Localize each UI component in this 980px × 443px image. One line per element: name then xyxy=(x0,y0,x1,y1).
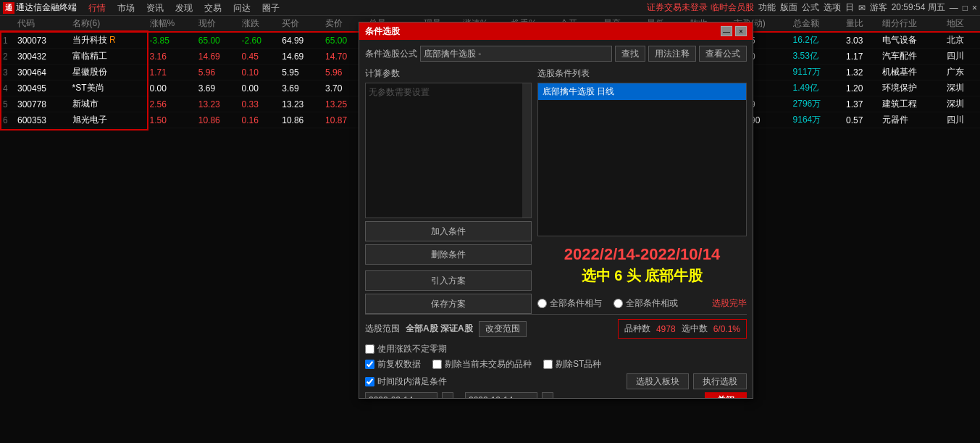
col-region[interactable]: 地区 xyxy=(944,16,980,32)
date-to-input[interactable] xyxy=(465,392,537,398)
date-separator: - xyxy=(458,395,461,398)
add-condition-btn[interactable]: 加入条件 xyxy=(365,221,532,241)
checkbox-weijiaoy[interactable]: 剔除当前未交易的品种 xyxy=(432,358,532,370)
checkbox-st-label: 剔除ST品种 xyxy=(556,358,601,370)
row-change: 0.10 xyxy=(239,65,280,80)
col-volratio[interactable]: 量比 xyxy=(843,16,879,32)
row-code[interactable]: 300073 xyxy=(14,32,70,49)
method-notes-btn[interactable]: 用法注释 xyxy=(648,46,696,62)
row-name[interactable]: 当升科技 R xyxy=(70,32,147,49)
date-from-picker[interactable]: ▼ xyxy=(442,392,453,398)
row-code[interactable]: 600353 xyxy=(14,112,70,128)
checkbox-fuquan-input[interactable] xyxy=(365,360,374,369)
col-name[interactable]: 名称(6) xyxy=(70,16,147,32)
col-code[interactable]: 代码 xyxy=(14,16,70,32)
row-name[interactable]: 富临精工 xyxy=(70,49,147,65)
remove-condition-btn[interactable]: 删除条件 xyxy=(365,244,532,265)
row-region: 深圳 xyxy=(944,80,980,96)
row-amount: 9164万 xyxy=(790,112,843,128)
row-code[interactable]: 300432 xyxy=(14,49,70,65)
func-btn[interactable]: 功能 xyxy=(758,1,776,14)
xuangu-btn[interactable]: 选股入板块 xyxy=(627,373,689,389)
dialog-minimize-btn[interactable]: — xyxy=(721,26,732,36)
col-buy[interactable]: 买价 xyxy=(279,16,322,32)
menu-ask[interactable]: 问达 xyxy=(227,0,256,16)
row-industry: 机械基件 xyxy=(879,65,943,80)
save-plan-btn[interactable]: 保存方案 xyxy=(365,294,532,314)
col-changepct[interactable]: 涨幅% xyxy=(147,16,196,32)
row-num: 4 xyxy=(0,80,14,96)
search-formula-btn[interactable]: 查找 xyxy=(615,46,645,62)
row-region: 北京 xyxy=(944,32,980,49)
menu-news[interactable]: 资讯 xyxy=(141,0,169,16)
row-change: 0.33 xyxy=(239,96,280,112)
row-region: 深圳 xyxy=(944,96,980,112)
row-changepct: 1.71 xyxy=(147,65,196,80)
radio-or[interactable]: 全部条件相或 xyxy=(613,297,678,310)
menu-market[interactable]: 市场 xyxy=(112,0,141,16)
minimize-btn[interactable]: — xyxy=(950,3,958,13)
col-price[interactable]: 现价 xyxy=(196,16,239,32)
radio-and[interactable]: 全部条件相与 xyxy=(537,297,602,310)
row-industry: 环境保护 xyxy=(879,80,943,96)
close-dialog-btn[interactable]: 关闭 xyxy=(705,392,747,398)
condition-list[interactable]: 底部擒牛选股 日线 xyxy=(537,83,747,236)
radio-and-input[interactable] xyxy=(537,299,547,308)
day-btn[interactable]: 日 xyxy=(845,1,854,14)
change-range-btn[interactable]: 改变范围 xyxy=(479,321,527,337)
import-plan-btn[interactable]: 引入方案 xyxy=(365,270,532,291)
window-close-btn[interactable]: × xyxy=(972,3,977,13)
mail-btn[interactable]: ✉ xyxy=(858,3,866,13)
checkbox-time[interactable]: 时间段内满足条件 xyxy=(365,376,447,388)
row-industry: 汽车配件 xyxy=(879,49,943,65)
menu-quotes[interactable]: 行情 xyxy=(83,0,112,16)
params-scrollbar[interactable] xyxy=(522,83,531,218)
left-panel: 计算参数 无参数需要设置 加入条件 删除条件 引入方案 保存方案 xyxy=(365,67,532,314)
two-panel: 计算参数 无参数需要设置 加入条件 删除条件 引入方案 保存方案 选股条件列表 xyxy=(365,67,747,314)
row-buy: 10.86 xyxy=(279,112,322,128)
condition-item[interactable]: 底部擒牛选股 日线 xyxy=(538,83,746,100)
date-to-picker[interactable]: ▼ xyxy=(542,392,553,398)
row-name[interactable]: *ST美尚 xyxy=(70,80,147,96)
row-code[interactable]: 300464 xyxy=(14,65,70,80)
col-change[interactable]: 涨跌 xyxy=(239,16,280,32)
checkbox-st[interactable]: 剔除ST品种 xyxy=(543,358,601,370)
checkbox-jizhang[interactable]: 使用涨跌不定零期 xyxy=(365,343,447,355)
options-btn[interactable]: 选项 xyxy=(824,1,841,14)
checkbox-weijiaoy-input[interactable] xyxy=(432,360,442,369)
layout-btn[interactable]: 版面 xyxy=(780,1,797,14)
stats-count: 4978 xyxy=(656,324,676,334)
maximize-btn[interactable]: □ xyxy=(963,3,968,13)
menu-discover[interactable]: 发现 xyxy=(169,0,198,16)
checkbox-st-input[interactable] xyxy=(543,360,553,369)
col-amount[interactable]: 总金额 xyxy=(790,16,843,32)
menu-circle[interactable]: 圈子 xyxy=(256,0,285,16)
checkbox-fuquan[interactable]: 前复权数据 xyxy=(365,358,421,370)
row-name[interactable]: 星徽股份 xyxy=(70,65,147,80)
menu-trade[interactable]: 交易 xyxy=(198,0,227,16)
top-bar: 通 通达信金融终端 行情 市场 资讯 发现 交易 问达 圈子 证券交易未登录 临… xyxy=(0,0,980,16)
row-buy: 64.99 xyxy=(279,32,322,49)
checkbox-jizhang-input[interactable] xyxy=(365,344,374,354)
dialog-close-btn[interactable]: × xyxy=(735,26,747,36)
checkbox-row-2: 前复权数据 剔除当前未交易的品种 剔除ST品种 xyxy=(365,358,747,370)
row-code[interactable]: 300778 xyxy=(14,96,70,112)
formula-input[interactable] xyxy=(420,46,612,62)
row-amount: 2796万 xyxy=(790,96,843,112)
checkbox-time-input[interactable] xyxy=(365,377,374,386)
row-price: 3.69 xyxy=(196,80,239,96)
col-industry[interactable]: 细分行业 xyxy=(879,16,943,32)
row-buy: 3.69 xyxy=(279,80,322,96)
row-num: 2 xyxy=(0,49,14,65)
row-code[interactable]: 300495 xyxy=(14,80,70,96)
date-from-input[interactable] xyxy=(365,392,437,398)
row-amount: 3.53亿 xyxy=(790,49,843,65)
row-name[interactable]: 旭光电子 xyxy=(70,112,147,128)
view-formula-btn[interactable]: 查看公式 xyxy=(699,46,747,62)
radio-or-input[interactable] xyxy=(613,299,623,308)
selected-complete-text: 选股完毕 xyxy=(712,297,747,310)
execute-btn[interactable]: 执行选股 xyxy=(693,373,747,389)
condition-list-label: 选股条件列表 xyxy=(537,67,747,80)
formula-btn[interactable]: 公式 xyxy=(802,1,819,14)
row-name[interactable]: 新城市 xyxy=(70,96,147,112)
